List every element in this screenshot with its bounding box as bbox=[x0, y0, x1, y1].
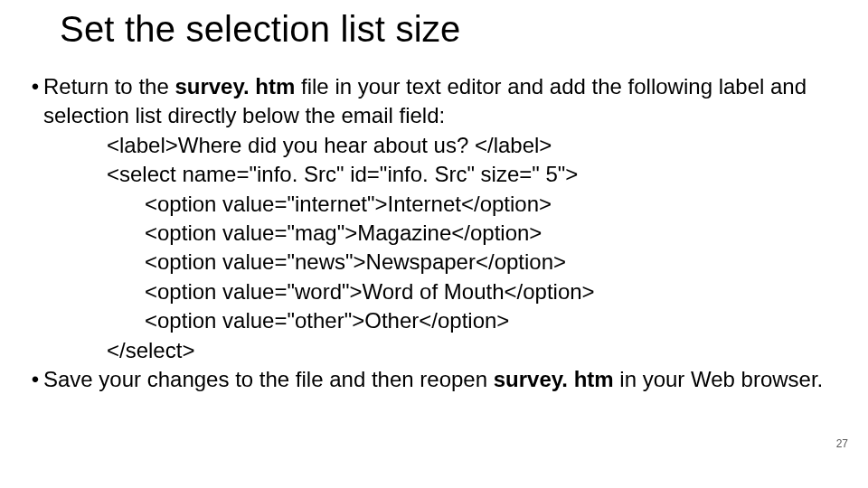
bullet-1-pre: Return to the bbox=[43, 74, 175, 99]
page-number: 27 bbox=[836, 437, 848, 450]
code-line-5: <option value="news">Newspaper</option> bbox=[27, 248, 841, 277]
bullet-2-text: Save your changes to the file and then r… bbox=[43, 365, 841, 394]
code-line-7: <option value="other">Other</option> bbox=[27, 306, 841, 335]
slide-body: • Return to the survey. htm file in your… bbox=[27, 72, 841, 394]
bullet-2-pre: Save your changes to the file and then r… bbox=[43, 367, 494, 391]
code-line-1: <label>Where did you hear about us? </la… bbox=[27, 131, 841, 160]
code-line-6: <option value="word">Word of Mouth</opti… bbox=[27, 277, 841, 306]
slide: Set the selection list size • Return to … bbox=[0, 0, 868, 488]
bullet-2: • Save your changes to the file and then… bbox=[27, 365, 841, 394]
bullet-1-bold: survey. htm bbox=[175, 74, 295, 99]
bullet-1: • Return to the survey. htm file in your… bbox=[27, 72, 841, 131]
code-line-4: <option value="mag">Magazine</option> bbox=[27, 219, 841, 248]
code-line-3: <option value="internet">Internet</optio… bbox=[27, 190, 841, 219]
bullet-2-bold: survey. htm bbox=[494, 367, 614, 391]
bullet-marker: • bbox=[27, 365, 43, 394]
slide-title: Set the selection list size bbox=[60, 9, 460, 50]
bullet-marker: • bbox=[27, 72, 43, 131]
code-line-8: </select> bbox=[27, 336, 841, 365]
bullet-2-post: in your Web browser. bbox=[614, 367, 824, 391]
bullet-1-text: Return to the survey. htm file in your t… bbox=[43, 72, 841, 131]
code-line-2: <select name="info. Src" id="info. Src" … bbox=[27, 160, 841, 189]
